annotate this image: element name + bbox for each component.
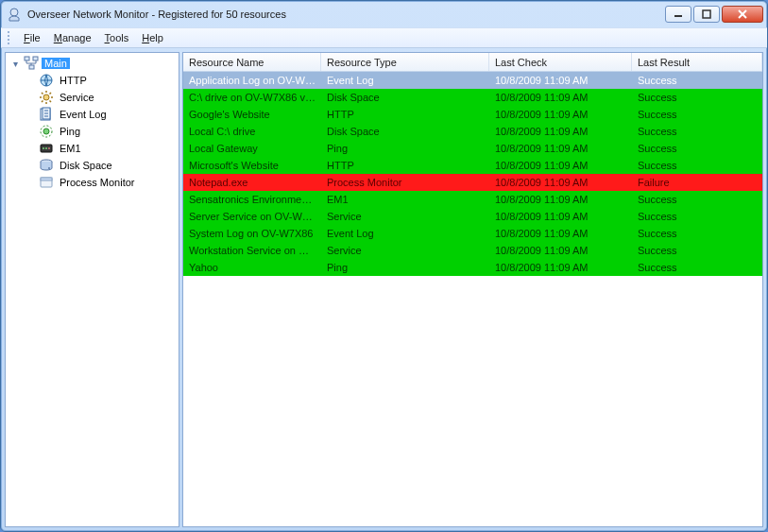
ping-icon [39,124,54,139]
globe-icon [39,73,54,88]
table-row[interactable]: YahooPing10/8/2009 11:09 AMSuccess [183,259,762,276]
svg-point-20 [48,147,50,149]
disk-icon [39,158,54,173]
cell-last-result: Success [632,261,762,274]
table-row[interactable]: System Log on OV-W7X86Event Log10/8/2009… [183,225,762,242]
close-button[interactable] [722,6,763,23]
table-row[interactable]: Local GatewayPing10/8/2009 11:09 AMSucce… [183,140,762,157]
cell-last-result: Success [632,125,762,138]
cell-last-result: Success [632,159,762,172]
table-row[interactable]: Sensatronics Environmental...EM110/8/200… [183,191,762,208]
menu-tools[interactable]: Tools [99,30,135,45]
window-title: Overseer Network Monitor - Registered fo… [27,9,665,20]
table-row[interactable]: C:\ drive on OV-W7X86 via ...Disk Space1… [183,89,762,106]
cell-resource-name: Application Log on OV-W7X86 [183,74,321,87]
collapse-icon[interactable]: ▾ [9,58,21,69]
svg-point-9 [43,94,49,100]
svg-point-15 [43,129,49,134]
cell-resource-type: HTTP [321,108,489,121]
cell-last-result: Success [632,244,762,257]
tree-spacer [25,160,36,171]
gear-icon [39,90,54,105]
tree-root-label: Main [42,58,70,69]
tree-spacer [25,126,36,137]
tree-item-label: Disk Space [57,160,115,171]
cell-resource-name: Yahoo [183,261,321,274]
cell-resource-name: Microsoft's Website [183,159,321,172]
cell-resource-type: Event Log [321,74,489,87]
menubar-grip[interactable] [8,31,13,44]
table-row[interactable]: Server Service on OV-W7X86Service10/8/20… [183,208,762,225]
column-header-check[interactable]: Last Check [489,53,632,71]
tree-spacer [25,177,36,188]
listview-header: Resource Name Resource Type Last Check L… [183,53,762,72]
svg-rect-7 [29,65,34,69]
column-header-type[interactable]: Resource Type [321,53,489,71]
maximize-button[interactable] [693,6,720,23]
tree-item-label: EM1 [57,143,84,154]
tree-children: HTTPServiceEvent LogPingEM1Disk SpacePro… [8,72,177,191]
tree-item-process-monitor[interactable]: Process Monitor [23,174,177,191]
tree-panel[interactable]: ▾ Main HTTPServiceEvent LogPingEM1Disk S… [5,52,179,527]
svg-point-0 [10,9,18,16]
cell-last-check: 10/8/2009 11:09 AM [489,142,632,155]
table-row[interactable]: Workstation Service on OV-...Service10/8… [183,242,762,259]
table-row[interactable]: Microsoft's WebsiteHTTP10/8/2009 11:09 A… [183,157,762,174]
tree-spacer [25,143,36,154]
cell-resource-type: Process Monitor [321,176,489,189]
cell-resource-name: Workstation Service on OV-... [183,244,321,257]
menu-help[interactable]: Help [136,30,169,45]
tree-spacer [25,109,36,120]
cell-resource-type: Service [321,210,489,223]
titlebar[interactable]: Overseer Network Monitor - Registered fo… [1,1,767,27]
menu-file[interactable]: File [18,30,46,45]
svg-rect-5 [25,57,29,60]
cell-last-result: Success [632,142,762,155]
cell-resource-name: Google's Website [183,108,321,121]
cell-resource-name: Notepad.exe [183,176,321,189]
table-row[interactable]: Google's WebsiteHTTP10/8/2009 11:09 AMSu… [183,106,762,123]
cell-last-check: 10/8/2009 11:09 AM [489,159,632,172]
svg-point-19 [45,147,47,149]
tree-item-http[interactable]: HTTP [23,72,177,89]
tree-item-ping[interactable]: Ping [23,123,177,140]
svg-point-22 [48,167,50,169]
window-controls [665,6,763,23]
cell-resource-type: Ping [321,261,489,274]
table-row[interactable]: Local C:\ driveDisk Space10/8/2009 11:09… [183,123,762,140]
cell-last-result: Success [632,91,762,104]
tree-item-service[interactable]: Service [23,89,177,106]
menu-manage[interactable]: Manage [48,30,97,45]
cell-last-check: 10/8/2009 11:09 AM [489,227,632,240]
tree-item-label: Event Log [57,109,110,120]
cell-last-result: Success [632,227,762,240]
cell-last-result: Success [632,108,762,121]
cell-last-check: 10/8/2009 11:09 AM [489,125,632,138]
column-header-result[interactable]: Last Result [632,53,762,71]
table-row[interactable]: Application Log on OV-W7X86Event Log10/8… [183,72,762,89]
svg-rect-24 [41,178,52,180]
svg-rect-2 [703,10,710,18]
tree-item-event-log[interactable]: Event Log [23,106,177,123]
cell-resource-name: System Log on OV-W7X86 [183,227,321,240]
cell-last-check: 10/8/2009 11:09 AM [489,261,632,274]
cell-last-check: 10/8/2009 11:09 AM [489,91,632,104]
column-header-name[interactable]: Resource Name [183,53,321,71]
tree-item-em1[interactable]: EM1 [23,140,177,157]
cell-resource-name: Server Service on OV-W7X86 [183,210,321,223]
minimize-button[interactable] [665,6,691,23]
tree-root-main[interactable]: ▾ Main [8,55,177,72]
listview-body[interactable]: Application Log on OV-W7X86Event Log10/8… [183,72,762,526]
cell-last-result: Success [632,210,762,223]
cell-last-result: Success [632,74,762,87]
cell-last-check: 10/8/2009 11:09 AM [489,176,632,189]
table-row[interactable]: Notepad.exeProcess Monitor10/8/2009 11:0… [183,174,762,191]
tree-item-label: Ping [57,126,83,137]
cell-last-check: 10/8/2009 11:09 AM [489,193,632,206]
app-window: Overseer Network Monitor - Registered fo… [0,0,768,532]
cell-resource-type: Disk Space [321,91,489,104]
client-area: ▾ Main HTTPServiceEvent LogPingEM1Disk S… [1,48,767,531]
tree-item-disk-space[interactable]: Disk Space [23,157,177,174]
cell-resource-name: C:\ drive on OV-W7X86 via ... [183,91,321,104]
process-icon [39,175,54,190]
